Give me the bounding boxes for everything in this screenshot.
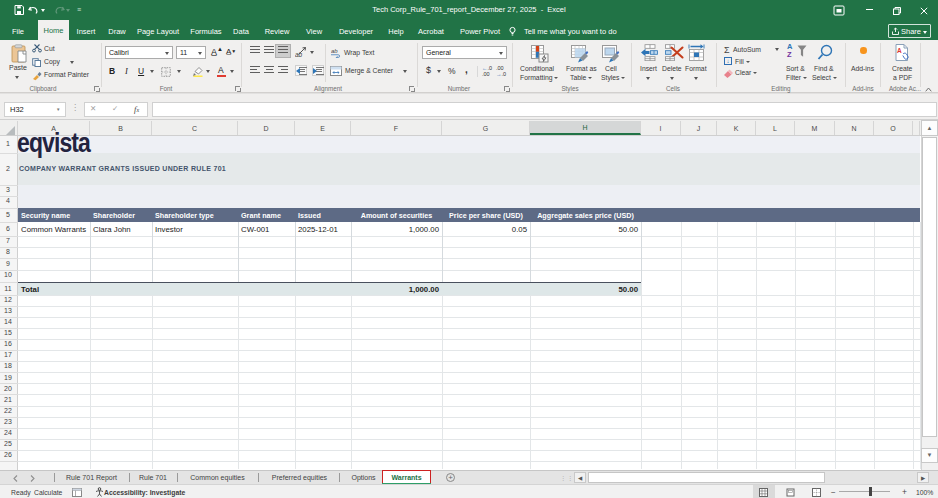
svg-text:ab: ab	[331, 48, 338, 54]
svg-text:A: A	[897, 47, 902, 54]
